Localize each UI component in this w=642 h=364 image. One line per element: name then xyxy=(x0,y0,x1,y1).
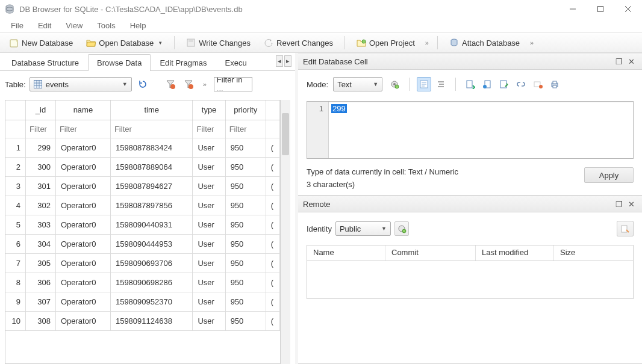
close-button[interactable] xyxy=(614,0,642,18)
remote-float-icon[interactable]: ❐ xyxy=(613,200,625,209)
table-row[interactable]: 9307Operator01598090952370User950( xyxy=(5,292,280,311)
panel-close-icon[interactable]: ✕ xyxy=(625,57,637,66)
remote-close-icon[interactable]: ✕ xyxy=(625,200,637,209)
dropdown-arrow-icon[interactable]: ▼ xyxy=(158,40,163,46)
column-header-name[interactable]: name xyxy=(55,100,110,120)
tab-scroll-left-icon[interactable]: ◂ xyxy=(276,55,283,67)
table-row[interactable]: 10308Operator01598091124638User950( xyxy=(5,311,280,330)
tab-execute-sql[interactable]: Execu xyxy=(216,54,255,71)
menu-bar: File Edit View Tools Help xyxy=(0,18,642,32)
cell-editor[interactable]: 1 299 xyxy=(307,101,634,159)
open-database-button[interactable]: Open Database ▼ xyxy=(79,35,169,51)
open-project-button[interactable]: Open Project xyxy=(350,35,422,51)
menu-edit[interactable]: Edit xyxy=(31,20,58,31)
table-row[interactable]: 8306Operator01598090698286User950( xyxy=(5,273,280,292)
mode-gear-button[interactable] xyxy=(387,77,402,91)
table-row[interactable]: 2300Operator01598087889064User950( xyxy=(5,157,280,176)
table-select[interactable]: events ▼ xyxy=(30,77,132,91)
new-db-icon xyxy=(9,38,19,48)
remote-col-name[interactable]: Name xyxy=(307,245,385,261)
open-project-icon xyxy=(357,38,366,48)
svg-point-20 xyxy=(539,85,543,88)
tab-edit-pragmas[interactable]: Edit Pragmas xyxy=(151,54,216,71)
identity-label: Identity xyxy=(307,224,332,233)
title-bar: DB Browser for SQLite - C:\TeslaSCADA_ID… xyxy=(0,0,642,18)
menu-view[interactable]: View xyxy=(58,20,90,31)
filter-id[interactable] xyxy=(26,120,55,138)
table-row[interactable]: 1299Operator01598087883424User950( xyxy=(5,138,280,157)
toolbar-overflow-1[interactable]: » xyxy=(422,39,432,46)
remote-col-size[interactable]: Size xyxy=(554,245,633,261)
filter-name[interactable] xyxy=(56,120,110,138)
data-grid[interactable]: _id name time type priority xyxy=(5,100,281,364)
filter-type[interactable] xyxy=(193,120,225,138)
export-button[interactable] xyxy=(480,77,494,91)
write-changes-button: Write Changes xyxy=(179,35,257,51)
save-filter-button[interactable] xyxy=(181,77,196,91)
remote-table[interactable]: Name Commit Last modified Size xyxy=(307,245,634,299)
svg-point-12 xyxy=(393,83,396,85)
edit-cell-title: Edit Database Cell xyxy=(303,57,613,66)
remote-title: Remote xyxy=(303,200,613,209)
cell-value: 299 xyxy=(331,104,347,113)
view-text-button[interactable] xyxy=(417,77,431,91)
table-row[interactable]: 6304Operator01598090444953User950( xyxy=(5,234,280,253)
svg-rect-8 xyxy=(34,81,42,88)
toolbar-overflow-2[interactable]: » xyxy=(526,39,537,46)
svg-point-9 xyxy=(170,84,175,89)
mode-select[interactable]: Text▼ xyxy=(333,77,382,91)
svg-rect-26 xyxy=(622,226,627,232)
column-header-type[interactable]: type xyxy=(193,100,225,120)
grid-scrollbar[interactable] xyxy=(281,100,290,364)
menu-file[interactable]: File xyxy=(4,20,31,31)
svg-rect-15 xyxy=(467,81,472,88)
maximize-button[interactable] xyxy=(587,0,614,18)
set-null-button[interactable] xyxy=(497,77,511,91)
column-header-id[interactable]: _id xyxy=(26,100,56,120)
remote-col-last[interactable]: Last modified xyxy=(476,245,554,261)
view-rtl-button[interactable] xyxy=(434,77,448,91)
revert-changes-button: Revert Changes xyxy=(257,35,340,51)
app-icon xyxy=(5,4,14,14)
table-toolbar-overflow[interactable]: » xyxy=(199,81,210,88)
tab-database-structure[interactable]: Database Structure xyxy=(2,54,88,71)
svg-point-6 xyxy=(362,40,366,43)
link-button[interactable] xyxy=(514,77,528,91)
clear-button[interactable] xyxy=(531,77,545,91)
tab-scroll-right-icon[interactable]: ▸ xyxy=(284,55,291,67)
identity-settings-button[interactable] xyxy=(394,221,409,236)
filter-priority[interactable] xyxy=(226,120,266,138)
revert-icon xyxy=(264,38,273,48)
tab-browse-data[interactable]: Browse Data xyxy=(88,54,151,71)
table-row[interactable]: 5303Operator01598090440931User950( xyxy=(5,215,280,234)
cell-type-text: Type of data currently in cell: Text / N… xyxy=(307,167,584,176)
svg-rect-5 xyxy=(189,40,193,42)
tab-bar: Database Structure Browse Data Edit Prag… xyxy=(0,53,295,71)
edit-cell-panel: Edit Database Cell ❐ ✕ Mode: Text▼ xyxy=(298,53,642,196)
table-row[interactable]: 4302Operator01598087897856User950( xyxy=(5,196,280,215)
svg-rect-23 xyxy=(553,85,556,88)
refresh-button[interactable] xyxy=(136,77,150,91)
menu-help[interactable]: Help xyxy=(123,20,154,31)
push-button[interactable] xyxy=(617,221,634,236)
open-db-icon xyxy=(86,38,96,48)
column-header-priority[interactable]: priority xyxy=(225,100,266,120)
filter-input[interactable]: Filter in ... xyxy=(214,77,252,91)
new-database-button[interactable]: New Database xyxy=(2,35,79,51)
clear-filter-button[interactable] xyxy=(163,77,178,91)
filter-time[interactable] xyxy=(111,120,193,138)
column-header-time[interactable]: time xyxy=(110,100,193,120)
table-row[interactable]: 7305Operator01598090693706User950( xyxy=(5,253,280,273)
import-button[interactable] xyxy=(463,77,478,91)
minimize-button[interactable] xyxy=(559,0,587,18)
menu-tools[interactable]: Tools xyxy=(90,20,122,31)
remote-col-commit[interactable]: Commit xyxy=(385,245,476,261)
identity-select[interactable]: Public▼ xyxy=(335,221,391,236)
remote-panel: Remote ❐ ✕ Identity Public▼ Name xyxy=(298,196,642,364)
table-toolbar: Table: events ▼ » Filter in ... xyxy=(0,71,295,96)
panel-float-icon[interactable]: ❐ xyxy=(613,57,625,66)
editor-line-number: 1 xyxy=(307,102,329,158)
attach-database-button[interactable]: Attach Database xyxy=(443,35,526,51)
table-row[interactable]: 3301Operator01598087894627User950( xyxy=(5,176,280,196)
print-button[interactable] xyxy=(547,77,562,91)
